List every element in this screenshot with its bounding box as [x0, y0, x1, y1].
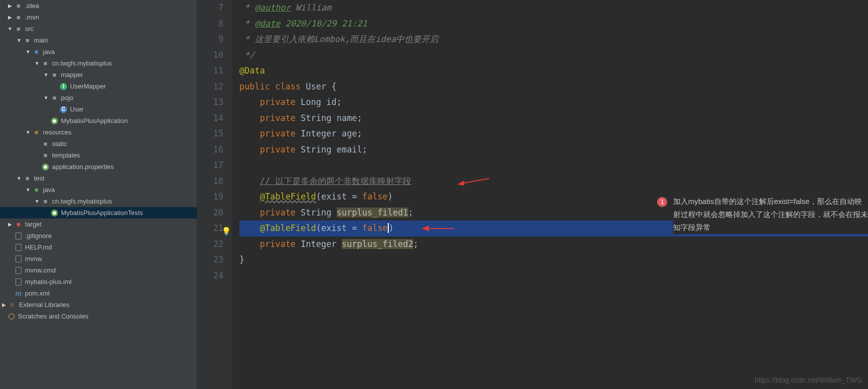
code-line: private Integer surplus_filed2;: [239, 236, 868, 252]
interface-icon: I: [59, 82, 68, 90]
folder-icon: ■: [14, 25, 23, 33]
tree-label: resources: [43, 128, 71, 136]
test-folder-icon: ■: [32, 186, 41, 194]
package-icon: ■: [50, 71, 59, 79]
tree-item-app[interactable]: ⬢ MybatisPlusApplication: [0, 115, 197, 126]
tree-item-resources[interactable]: ▼ ■ resources: [0, 126, 197, 138]
project-tree[interactable]: ▶ ■ .idea ▶ ■ .mvn ▼ ■ src ▼ ■ main ▼ ■ …: [0, 0, 197, 389]
line-number: 12: [197, 79, 223, 95]
chevron-down-icon: ▼: [42, 95, 50, 100]
tree-item-user[interactable]: C User: [0, 104, 197, 115]
package-icon: ■: [41, 198, 50, 206]
tree-item-help[interactable]: HELP.md: [0, 242, 197, 253]
line-number: 20: [197, 205, 223, 221]
annotation-callout: 1 加入mybatis自带的这个注解后exist=false，那么在自动映射过程…: [657, 195, 868, 234]
tree-item-iml[interactable]: mybatis-plus.iml: [0, 276, 197, 288]
tree-label: test: [34, 174, 44, 182]
chevron-right-icon: ▶: [6, 3, 14, 8]
code-line: private String name;: [239, 110, 868, 126]
tree-item-idea[interactable]: ▶ ■ .idea: [0, 0, 197, 12]
line-number: 10: [197, 48, 223, 64]
code-line: public class User {: [239, 79, 868, 95]
folder-icon: ■: [23, 174, 32, 182]
chevron-right-icon: ▶: [6, 222, 14, 227]
tree-item-main[interactable]: ▼ ■ main: [0, 34, 197, 46]
tree-item-gitignore[interactable]: .gitignore: [0, 230, 197, 242]
tree-label: src: [25, 25, 33, 32]
arrow-icon: [457, 176, 490, 186]
tree-item-scratch[interactable]: Scratches and Consoles: [0, 310, 197, 322]
tree-item-pojo[interactable]: ▼ ■ pojo: [0, 92, 197, 104]
tree-item-tests[interactable]: ⬢ MybatisPlusApplicationTests: [0, 207, 197, 218]
tree-label: mvnw.cmd: [25, 266, 55, 274]
spring-icon: ⬢: [50, 117, 59, 125]
tree-item-pom[interactable]: m pom.xml: [0, 288, 197, 299]
spring-icon: ⬢: [50, 209, 59, 217]
line-number: 15: [197, 126, 223, 142]
tree-item-templates[interactable]: ■ templates: [0, 150, 197, 161]
tree-item-target[interactable]: ▶ ■ target: [0, 218, 197, 230]
tree-label: templates: [52, 152, 80, 159]
tree-label: main: [34, 36, 48, 44]
chevron-down-icon: ▼: [24, 130, 32, 135]
tree-label: cn.twgfs.mybatisplus: [52, 60, 112, 67]
line-number: 9: [197, 32, 223, 48]
bulb-icon[interactable]: 💡: [221, 224, 229, 232]
gutter: 7 8 9 10 11 12 13 14 15 16 17 18 19 20 2…: [197, 0, 232, 389]
scratch-icon: [7, 312, 16, 320]
tree-label: mybatis-plus.iml: [25, 278, 71, 286]
line-number: 18: [197, 174, 223, 190]
svg-marker-3: [422, 226, 429, 232]
code-line: private Long id;: [239, 94, 868, 110]
tree-item-static[interactable]: ■ static: [0, 138, 197, 150]
line-number: 14: [197, 110, 223, 126]
tree-item-mvnwcmd[interactable]: mvnw.cmd: [0, 264, 197, 276]
code-line: private Integer age;: [239, 126, 868, 142]
tree-item-mvnw[interactable]: mvnw: [0, 253, 197, 264]
tree-label: cn.twgfs.mybatisplus: [52, 198, 112, 205]
tree-item-pkg[interactable]: ▼ ■ cn.twgfs.mybatisplus: [0, 58, 197, 69]
tree-label: MybatisPlusApplication: [61, 117, 128, 124]
line-number: 23: [197, 252, 223, 268]
tree-item-usermapper[interactable]: I UserMapper: [0, 80, 197, 92]
tree-item-mapper[interactable]: ▼ ■ mapper: [0, 69, 197, 80]
code-line: * @author William: [239, 0, 868, 16]
svg-marker-1: [457, 180, 464, 186]
svg-line-0: [461, 178, 489, 184]
maven-icon: m: [14, 290, 23, 298]
line-number: 8: [197, 16, 223, 32]
tree-item-pkg2[interactable]: ▼ ■ cn.twgfs.mybatisplus: [0, 196, 197, 207]
chevron-down-icon: ▼: [33, 198, 41, 204]
tree-label: target: [25, 220, 41, 228]
tree-label: User: [70, 106, 83, 113]
line-number: 24: [197, 268, 223, 284]
tree-label: MybatisPlusApplicationTests: [61, 209, 143, 216]
code-line: [239, 158, 868, 174]
code-line: [239, 268, 868, 284]
tree-label: HELP.md: [25, 244, 52, 251]
tree-label: mapper: [61, 71, 83, 78]
source-folder-icon: ■: [32, 48, 41, 56]
chevron-down-icon: ▼: [15, 38, 23, 43]
folder-icon: ■: [23, 36, 32, 44]
tree-item-props[interactable]: ⬢ application.properties: [0, 161, 197, 172]
tree-item-mvn[interactable]: ▶ ■ .mvn: [0, 12, 197, 23]
tree-item-java[interactable]: ▼ ■ java: [0, 46, 197, 58]
chevron-down-icon: ▼: [33, 60, 41, 66]
code-line: // 以下是多余的两个非数据库映射字段: [239, 174, 868, 190]
code-line: */: [239, 48, 868, 64]
tree-item-extlib[interactable]: ▶ ⊪ External Libraries: [0, 299, 197, 310]
tree-item-java2[interactable]: ▼ ■ java: [0, 184, 197, 196]
properties-icon: ⬢: [41, 163, 50, 171]
code-editor[interactable]: 7 8 9 10 11 12 13 14 15 16 17 18 19 20 2…: [197, 0, 868, 389]
line-number: 7: [197, 0, 223, 16]
code-area[interactable]: * @author William * @date 2020/10/29 21:…: [232, 0, 868, 389]
tree-item-src[interactable]: ▼ ■ src: [0, 23, 197, 34]
line-number: 11: [197, 63, 223, 79]
tree-label: pom.xml: [25, 290, 49, 297]
code-line: @Data: [239, 63, 868, 79]
chevron-down-icon: ▼: [42, 72, 50, 78]
file-icon: [14, 278, 23, 286]
code-line: * @date 2020/10/29 21:21: [239, 16, 868, 32]
tree-item-test[interactable]: ▼ ■ test: [0, 172, 197, 184]
